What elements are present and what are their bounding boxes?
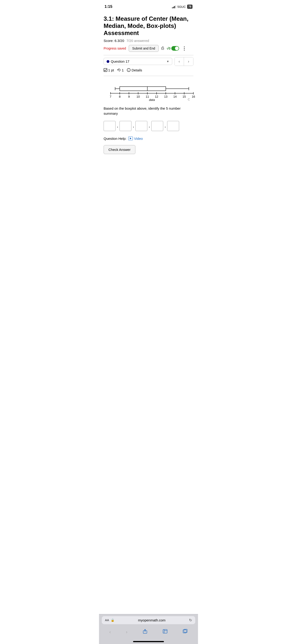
comma-3: , [149,124,150,128]
svg-text:7: 7 [110,95,111,98]
answer-input-3[interactable] [136,121,147,131]
question-divider [104,76,194,76]
comma-4: , [164,124,166,128]
svg-text:i: i [128,69,129,72]
comma-2: , [133,124,134,128]
svg-text:15: 15 [182,95,186,98]
svg-text:14: 14 [173,95,176,98]
status-bar: 1:15 5GUC 78 [99,0,198,12]
points-row: 1 pt 1 i Details [104,68,194,72]
check-box-icon [104,68,107,72]
question-nav-buttons: ‹ › [174,57,194,66]
points-label: 1 pt [108,68,114,72]
sqrt-label: √0 [167,46,170,50]
svg-text:16: 16 [192,95,195,98]
signal-icon [172,5,176,8]
info-icon: i [127,68,130,72]
boxplot-svg: 7 8 9 10 11 12 13 14 15 16 data [106,80,196,101]
next-question-button[interactable]: › [184,57,193,66]
svg-text:13: 13 [164,95,168,98]
score-row: Score: 6.3/20 7/20 answered [104,39,194,42]
page-title: 3.1: Measure of Center (Mean, Median, Mo… [104,15,194,37]
status-time: 1:15 [104,4,112,9]
question-help-label: Question Help: [104,136,126,140]
svg-text:8: 8 [119,95,120,98]
answer-inputs: , , , , [104,121,194,131]
sqrt-toggle-switch[interactable] [171,46,179,51]
boxplot-container: 7 8 9 10 11 12 13 14 15 16 data [104,80,194,102]
undo-count: 1 [122,68,124,72]
svg-text:data: data [149,98,155,101]
video-link[interactable]: Video [128,136,143,140]
prev-question-button[interactable]: ‹ [175,57,184,66]
print-icon[interactable]: ⎙ [162,46,164,51]
details-section[interactable]: i Details [127,68,142,72]
svg-rect-27 [120,86,166,91]
toggle-knob [175,46,179,50]
question-label: Question 17 [111,60,165,63]
video-label: Video [134,136,143,140]
answer-input-1[interactable] [104,121,116,131]
question-help: Question Help: Video [104,136,194,140]
chevron-down-icon: ▼ [166,60,169,63]
svg-text:10: 10 [136,95,140,98]
question-dot [106,60,109,63]
progress-saved-label: Progress saved [104,46,126,50]
status-right: 5GUC 78 [172,4,192,9]
svg-text:9: 9 [128,95,130,98]
video-play-icon [128,136,133,140]
svg-text:11: 11 [146,95,149,98]
answer-input-2[interactable] [120,121,132,131]
play-triangle-icon [130,138,132,139]
question-nav: Question 17 ▼ ‹ › [104,57,194,66]
svg-text:12: 12 [155,95,158,98]
check-answer-button[interactable]: Check Answer [104,145,136,154]
main-content: 3.1: Measure of Center (Mean, Median, Mo… [99,12,198,158]
more-icon[interactable]: ⋮ [182,46,186,51]
undo-icon [117,68,121,72]
comma-1: , [117,124,118,128]
battery-icon: 78 [187,4,192,9]
answered-text: 7/20 answered [126,39,149,42]
question-text: Based on the boxplot above, identify the… [104,106,194,116]
details-label: Details [132,68,142,72]
sqrt-toggle: √0 [167,46,179,51]
network-label: 5GUC [178,5,186,8]
undo-section: 1 [117,68,124,72]
toolbar-row: Progress saved Submit and End ⎙ √0 ⋮ [104,45,194,52]
toolbar-divider [104,55,194,55]
score-text: Score: 6.3/20 [104,39,124,42]
question-dropdown[interactable]: Question 17 ▼ [104,58,172,65]
answer-input-5[interactable] [167,121,179,131]
answer-input-4[interactable] [151,121,163,131]
copyright-c: C [188,98,190,101]
points-icon: 1 pt [104,68,114,72]
submit-end-button[interactable]: Submit and End [129,45,159,52]
